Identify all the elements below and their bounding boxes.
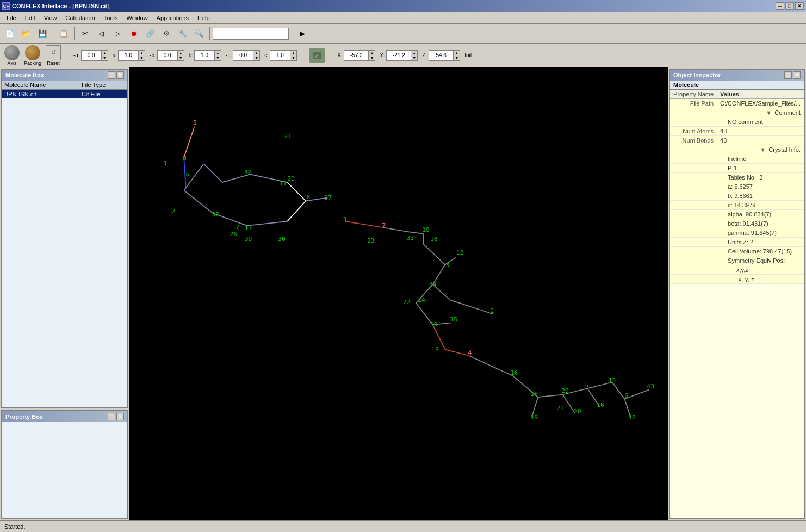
xyz-label	[670, 265, 717, 275]
z-coord-spinner[interactable]: ▲ ▼	[429, 50, 460, 61]
a-pos-input[interactable]	[119, 51, 138, 60]
no-comment-label	[670, 117, 717, 127]
b-neg-up[interactable]: ▲	[177, 51, 184, 55]
copy-button[interactable]: 📋	[56, 26, 71, 41]
reset-tool[interactable]: ↺ Reset	[46, 45, 61, 66]
b-neg-input[interactable]	[158, 51, 177, 60]
inspector-scroll[interactable]: Property Name Values File Path C:/CONFLE…	[670, 90, 804, 518]
inspector-row-crystal-header[interactable]: ▼ Crystal Info.	[670, 145, 804, 154]
x-down[interactable]: ▼	[368, 55, 375, 60]
a-pos-down[interactable]: ▼	[138, 55, 145, 60]
search-input[interactable]	[213, 28, 289, 40]
property-box-close[interactable]: ✕	[116, 413, 124, 420]
save-button[interactable]: 💾	[35, 26, 50, 41]
inspector-title-btns[interactable]: □ ✕	[784, 71, 801, 79]
y-down[interactable]: ▼	[411, 55, 417, 60]
init-button[interactable]: Init.	[464, 52, 473, 58]
b-neg-spinner[interactable]: ▲ ▼	[157, 50, 184, 61]
a-neg-input[interactable]	[82, 51, 101, 60]
a-neg-down[interactable]: ▼	[101, 55, 108, 60]
molecule-box-header-btns[interactable]: □ ✕	[108, 71, 124, 79]
c-neg-up[interactable]: ▲	[253, 51, 259, 55]
inspector-row-c: c: 14.3979	[670, 201, 804, 210]
z-coord-input[interactable]	[429, 51, 453, 60]
molecule-box-restore[interactable]: □	[108, 71, 115, 79]
c-pos-spinner[interactable]: ▲ ▼	[270, 50, 297, 61]
new-button[interactable]: 📄	[2, 26, 17, 41]
c-neg-spinner[interactable]: ▲ ▼	[233, 50, 260, 61]
c-pos-down[interactable]: ▼	[290, 55, 296, 60]
send-button[interactable]: ▶	[295, 26, 310, 41]
packing-label: Packing	[24, 60, 41, 66]
c-pos-up[interactable]: ▲	[290, 51, 296, 55]
menu-window[interactable]: Window	[122, 14, 152, 22]
inspector-restore[interactable]: □	[784, 71, 792, 79]
xyz-value: x,y,z	[717, 265, 804, 275]
axis-tool[interactable]: Axis	[4, 45, 20, 66]
connect-button[interactable]: 🔗	[142, 26, 158, 41]
status-bar: Started.	[0, 520, 806, 532]
inspector-row-comment-header[interactable]: ▼ Comment	[670, 108, 804, 117]
y-up[interactable]: ▲	[411, 51, 417, 55]
menu-edit[interactable]: Edit	[21, 14, 40, 22]
table-row[interactable]: BPN-ISN.cif Cif File	[2, 90, 127, 99]
a-value: a: 5.6257	[717, 182, 804, 191]
b-pos-down[interactable]: ▼	[214, 55, 221, 60]
c-neg-down[interactable]: ▼	[253, 55, 259, 60]
a-neg-spinner[interactable]: ▲ ▼	[81, 50, 108, 61]
num-atoms-label: Num Atoms	[670, 127, 717, 136]
molecule-viewport[interactable]: 1 2 6 N 5 32 32 26 11 20 21 8 37 30 17 7…	[129, 67, 668, 520]
minimize-button[interactable]: ─	[776, 2, 784, 10]
svg-text:23: 23	[367, 237, 375, 244]
y-coord-spinner[interactable]: ▲ ▼	[386, 50, 418, 61]
back-button[interactable]: ◁	[94, 26, 109, 41]
a-neg-up[interactable]: ▲	[101, 51, 108, 55]
maximize-button[interactable]: □	[785, 2, 794, 10]
object-inspector: Object Inspector □ ✕ Molecule Property N…	[669, 69, 805, 519]
b-pos-up[interactable]: ▲	[214, 51, 221, 55]
x-coord-spinner[interactable]: ▲ ▼	[344, 50, 375, 61]
menu-tools[interactable]: Tools	[100, 14, 122, 22]
toolbar: 📄 📂 💾 📋 ✂ ◁ ▷ ⏺ 🔗 ⚙ 🔧 🔍 ▶	[0, 24, 806, 44]
molecule-svg: 1 2 6 N 5 32 32 26 11 20 21 8 37 30 17 7…	[129, 67, 668, 520]
col-values: Values	[717, 90, 804, 99]
molecule-box-title: Molecule Box	[5, 72, 44, 78]
init-icon[interactable]: ⌂	[309, 48, 325, 63]
menu-applications[interactable]: Applications	[152, 14, 193, 22]
inspector-close[interactable]: ✕	[793, 71, 801, 79]
property-box-restore[interactable]: □	[108, 413, 115, 420]
x-up[interactable]: ▲	[368, 51, 375, 55]
c-pos-input[interactable]	[270, 51, 290, 60]
record-button[interactable]: ⏺	[126, 26, 141, 41]
packing-tool[interactable]: Packing	[24, 45, 41, 66]
property-box-title: Property Box	[5, 413, 43, 420]
b-pos-spinner[interactable]: ▲ ▼	[194, 50, 221, 61]
a-pos-up[interactable]: ▲	[138, 51, 145, 55]
svg-text:35: 35	[450, 316, 457, 323]
b-pos-input[interactable]	[195, 51, 214, 60]
search-button[interactable]: 🔍	[191, 26, 207, 41]
cut-button[interactable]: ✂	[77, 26, 92, 41]
z-up[interactable]: ▲	[453, 51, 460, 55]
molecule-box-close[interactable]: ✕	[116, 71, 124, 79]
property-box-header-btns[interactable]: □ ✕	[108, 413, 124, 420]
menu-file[interactable]: File	[2, 14, 21, 22]
settings-button[interactable]: ⚙	[159, 26, 174, 41]
forward-button[interactable]: ▷	[110, 26, 125, 41]
b-neg-down[interactable]: ▼	[177, 55, 184, 60]
open-button[interactable]: 📂	[18, 26, 34, 41]
x-coord-input[interactable]	[344, 51, 368, 60]
close-button[interactable]: ✕	[795, 2, 804, 10]
comment-expand[interactable]: ▼ Comment	[670, 108, 804, 117]
svg-text:34: 34	[429, 280, 437, 288]
menu-view[interactable]: View	[40, 14, 61, 22]
menu-calculation[interactable]: Calculation	[61, 14, 99, 22]
y-coord-input[interactable]	[387, 51, 411, 60]
crystal-expand[interactable]: ▼ Crystal Info.	[670, 145, 804, 154]
title-bar-buttons[interactable]: ─ □ ✕	[776, 2, 804, 10]
z-down[interactable]: ▼	[453, 55, 460, 60]
c-neg-input[interactable]	[233, 51, 253, 60]
menu-help[interactable]: Help	[193, 14, 214, 22]
a-pos-spinner[interactable]: ▲ ▼	[118, 50, 145, 61]
tools-button[interactable]: 🔧	[175, 26, 190, 41]
